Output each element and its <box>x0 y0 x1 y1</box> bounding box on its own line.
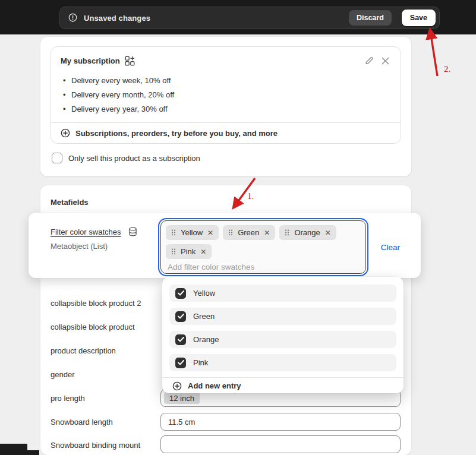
tag-green[interactable]: Green ✕ <box>223 225 275 240</box>
remove-tag-icon[interactable]: ✕ <box>207 229 213 236</box>
option-green[interactable]: Green <box>169 308 396 325</box>
metafield-label: product description <box>51 346 116 355</box>
alert-icon <box>68 13 78 23</box>
checkbox-checked[interactable] <box>175 358 186 368</box>
pro-length-value-chip[interactable]: 12 inch <box>164 392 200 404</box>
product-admin-page: Unsaved changes Discard Save My subscrip… <box>0 0 476 455</box>
check-icon <box>178 314 184 319</box>
metaobject-icon <box>128 227 137 236</box>
metafield-label: gender <box>51 370 74 379</box>
discard-button[interactable]: Discard <box>349 10 392 26</box>
edit-subscription-button[interactable] <box>363 55 375 67</box>
tag-label: Yellow <box>181 228 203 237</box>
tag-label: Orange <box>294 228 320 237</box>
metafield-label: Snowboard binding mount <box>51 441 140 450</box>
subscription-card-title: My subscription <box>61 56 120 65</box>
metafield-label: Snowboard length <box>51 418 113 426</box>
option-label: Yellow <box>193 289 215 298</box>
metafield-label: collapsible block product <box>51 323 135 331</box>
my-subscription-card: My subscription <box>51 46 401 144</box>
check-icon <box>178 337 184 342</box>
remove-subscription-button[interactable] <box>380 55 391 67</box>
top-bar: Unsaved changes Discard Save <box>0 0 476 34</box>
filter-color-swatches-row: Filter color swatches Metaobject (List) <box>29 213 421 278</box>
remove-tag-icon[interactable]: ✕ <box>325 229 331 236</box>
subscriptions-more-label: Subscriptions, preorders, try before you… <box>75 129 278 138</box>
option-label: Pink <box>193 358 208 367</box>
unsaved-changes-bar: Unsaved changes Discard Save <box>59 7 440 29</box>
remove-tag-icon[interactable]: ✕ <box>264 229 270 236</box>
checkbox-unchecked[interactable] <box>52 153 62 163</box>
option-pink[interactable]: Pink <box>169 354 396 371</box>
drag-handle-icon[interactable] <box>228 229 233 236</box>
close-icon <box>381 56 390 65</box>
list-item: Delivery every week, 10% off <box>63 74 391 88</box>
metafield-label: collapsible block product 2 <box>51 299 141 308</box>
snowboard-binding-mount-field[interactable] <box>160 435 401 453</box>
option-yellow[interactable]: Yellow <box>169 285 396 302</box>
list-item: Delivery every year, 30% off <box>63 102 391 116</box>
remove-tag-icon[interactable]: ✕ <box>200 248 206 255</box>
checkbox-checked[interactable] <box>175 288 186 299</box>
unsaved-changes-message: Unsaved changes <box>84 14 343 23</box>
check-icon <box>178 290 184 296</box>
snowboard-length-field[interactable]: 11.5 cm <box>160 413 401 431</box>
tag-orange[interactable]: Orange ✕ <box>279 225 336 240</box>
checkbox-checked[interactable] <box>175 311 186 322</box>
circle-plus-icon <box>172 381 182 391</box>
tag-yellow[interactable]: Yellow ✕ <box>166 225 219 240</box>
annotation-step-2: 2. <box>444 64 450 74</box>
arrow-2 <box>430 31 437 76</box>
subscription-section-card: My subscription <box>40 37 411 176</box>
drag-handle-icon[interactable] <box>171 248 176 255</box>
metafield-label: pro length <box>51 394 85 403</box>
tag-label: Pink <box>181 247 196 256</box>
option-label: Orange <box>193 335 219 344</box>
subscription-options-list: Delivery every week, 10% off Delivery ev… <box>51 69 401 122</box>
circle-plus-icon <box>61 128 70 138</box>
add-new-entry-button[interactable]: Add new entry <box>162 378 404 393</box>
metafield-type-label: Metaobject (List) <box>51 242 137 251</box>
drag-handle-icon[interactable] <box>285 229 289 236</box>
input-placeholder[interactable]: Add filter color swatches <box>166 263 361 271</box>
checkbox-label: Only sell this product as a subscription <box>68 154 200 163</box>
drag-handle-icon[interactable] <box>171 229 176 236</box>
checkbox-checked[interactable] <box>175 334 186 345</box>
swatch-options-dropdown: Yellow Green Orange <box>162 277 404 393</box>
list-item: Delivery every month, 20% off <box>63 88 391 102</box>
save-button[interactable]: Save <box>402 10 436 26</box>
filter-color-swatches-input[interactable]: Yellow ✕ Green ✕ <box>160 220 366 274</box>
add-new-entry-label: Add new entry <box>188 381 241 390</box>
only-subscription-checkbox-row[interactable]: Only sell this product as a subscription <box>51 153 401 163</box>
filter-color-swatches-label[interactable]: Filter color swatches <box>51 228 121 236</box>
clear-button[interactable]: Clear <box>381 243 400 252</box>
subscriptions-more-link[interactable]: Subscriptions, preorders, try before you… <box>51 123 401 143</box>
tag-pink[interactable]: Pink ✕ <box>166 244 212 259</box>
metafields-title: Metafields <box>51 198 89 207</box>
app-block-icon <box>125 56 135 66</box>
tag-label: Green <box>238 228 259 237</box>
option-label: Green <box>193 312 215 321</box>
option-orange[interactable]: Orange <box>169 331 396 348</box>
snowboard-length-value: 11.5 cm <box>161 418 195 426</box>
pencil-icon <box>364 56 374 65</box>
check-icon <box>178 360 184 365</box>
background-window-fragment <box>0 450 39 455</box>
